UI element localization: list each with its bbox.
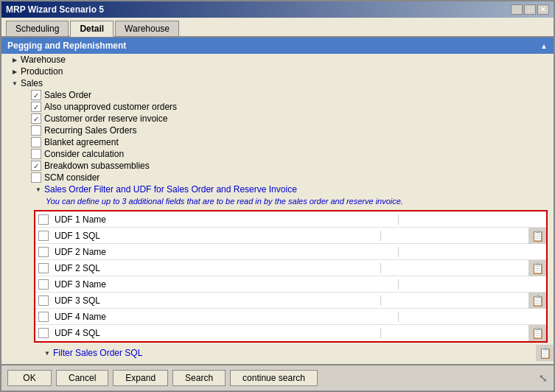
- checkbox-breakdown[interactable]: [31, 161, 41, 171]
- udf4-sql-browse-button[interactable]: 📋: [528, 325, 546, 341]
- continue-search-button[interactable]: continue search: [230, 370, 318, 386]
- tree-item-sales-order: Sales Order: [1, 89, 554, 101]
- tree-item-also-unapproved: Also unapproved customer orders: [1, 101, 554, 113]
- udf-note: You can define up to 3 additional fields…: [1, 195, 554, 209]
- expand-warehouse-icon[interactable]: ▶: [10, 55, 19, 64]
- tree-item-recurring: Recurring Sales Orders: [1, 125, 554, 136]
- tree-item-consider-calc: Consider calculation: [1, 148, 554, 160]
- udf-row-4-sql: UDF 4 SQL 📋: [35, 325, 546, 341]
- tree-item-customer-reserve: Customer order reserve invoice: [1, 113, 554, 125]
- udf-row-3-name: UDF 3 Name: [35, 276, 546, 293]
- checkbox-recurring[interactable]: [31, 125, 41, 136]
- section-header: Pegging and Replenishment ▲: [1, 38, 554, 54]
- checkbox-udf2-name[interactable]: [38, 247, 49, 257]
- udf3-sql-browse-button[interactable]: 📋: [528, 293, 546, 309]
- udf-row-4-name: UDF 4 Name: [35, 309, 546, 325]
- checkbox-also-unapproved[interactable]: [31, 102, 41, 112]
- close-button[interactable]: ✕: [537, 4, 549, 15]
- title-bar: MRP Wizard Scenario 5 _ □ ✕: [1, 1, 554, 18]
- udf-grid: UDF 1 Name UDF 1 SQL 📋 UDF 2 Name UDF 2 …: [34, 210, 548, 343]
- scroll-up-icon[interactable]: ▲: [540, 42, 548, 50]
- content-area: Pegging and Replenishment ▲ ▶ Warehouse …: [1, 38, 554, 364]
- tab-scheduling[interactable]: Scheduling: [6, 21, 69, 36]
- checkbox-sales-order[interactable]: [31, 90, 41, 100]
- tab-bar: Scheduling Detail Warehouse: [1, 18, 554, 38]
- title-bar-buttons: _ □ ✕: [511, 4, 549, 15]
- tree-item-sales: ▼ Sales: [1, 77, 554, 89]
- maximize-button[interactable]: □: [524, 4, 536, 15]
- udf1-sql-browse-button[interactable]: 📋: [528, 228, 546, 244]
- expand-udf-icon[interactable]: ▼: [34, 185, 43, 194]
- expand-filter-icon[interactable]: ▼: [43, 349, 52, 357]
- checkbox-customer-reserve[interactable]: [31, 113, 41, 124]
- expand-production-icon[interactable]: ▶: [10, 67, 19, 76]
- search-button[interactable]: Search: [172, 370, 226, 386]
- tree-item-production: ▶ Production: [1, 66, 554, 77]
- cancel-button[interactable]: Cancel: [56, 370, 108, 386]
- main-window: MRP Wizard Scenario 5 _ □ ✕ Scheduling D…: [0, 0, 555, 392]
- tree-item-blanket: Blanket agreement: [1, 136, 554, 148]
- checkbox-scm[interactable]: [31, 172, 41, 183]
- tab-warehouse[interactable]: Warehouse: [115, 21, 179, 36]
- udf-row-1-sql: UDF 1 SQL 📋: [35, 228, 546, 244]
- checkbox-udf1-name[interactable]: [38, 214, 49, 225]
- checkbox-udf4-sql[interactable]: [38, 328, 49, 338]
- tree-item-udf-title: ▼ Sales Order Filter and UDF for Sales O…: [1, 183, 554, 195]
- resize-icon[interactable]: ⤡: [539, 372, 548, 384]
- checkbox-udf3-sql[interactable]: [38, 295, 49, 306]
- tab-detail[interactable]: Detail: [70, 21, 114, 37]
- tree-item-scm: SCM consider: [1, 172, 554, 183]
- checkbox-udf4-name[interactable]: [38, 312, 49, 322]
- filter-browse-button[interactable]: 📋: [536, 345, 554, 361]
- minimize-button[interactable]: _: [511, 4, 523, 15]
- udf-row-2-name: UDF 2 Name: [35, 244, 546, 260]
- checkbox-udf3-name[interactable]: [38, 279, 49, 290]
- checkbox-udf1-sql[interactable]: [38, 231, 49, 241]
- checkbox-consider-calc[interactable]: [31, 149, 41, 159]
- ok-button[interactable]: OK: [7, 370, 52, 386]
- filter-row: ▼ Filter Sales Order SQL 📋: [1, 344, 554, 362]
- checkbox-blanket[interactable]: [31, 137, 41, 147]
- expand-button[interactable]: Expand: [113, 370, 168, 386]
- tree-item-breakdown: Breakdown subassemblies: [1, 160, 554, 172]
- udf-row-2-sql: UDF 2 SQL 📋: [35, 260, 546, 276]
- tree-item-warehouse: ▶ Warehouse: [1, 54, 554, 66]
- udf-row-3-sql: UDF 3 SQL 📋: [35, 293, 546, 309]
- footer: OK Cancel Expand Search continue search …: [1, 364, 554, 391]
- checkbox-udf2-sql[interactable]: [38, 263, 49, 273]
- udf-row-1-name: UDF 1 Name: [35, 211, 546, 228]
- expand-sales-icon[interactable]: ▼: [10, 79, 19, 88]
- window-title: MRP Wizard Scenario 5: [6, 4, 104, 15]
- udf2-sql-browse-button[interactable]: 📋: [528, 260, 546, 276]
